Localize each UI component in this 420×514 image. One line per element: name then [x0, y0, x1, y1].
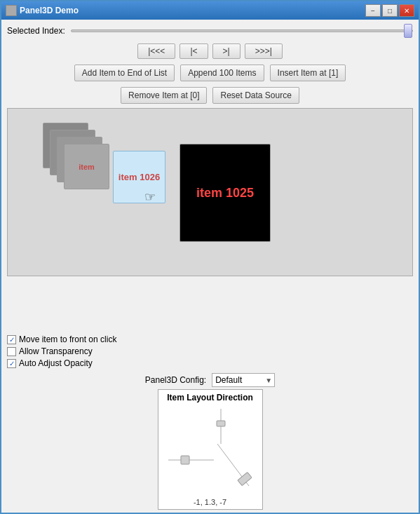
layout-coords: -1, 1.3, -7: [161, 498, 259, 506]
slider-track: [71, 29, 413, 32]
selected-index-row: Selected Index:: [7, 24, 413, 38]
main-content: Selected Index: |<<< |< >| >>>| Add Item…: [1, 20, 419, 332]
panel3d-config-select[interactable]: Default Custom: [212, 373, 275, 387]
remove-item-button[interactable]: Remove Item at [0]: [121, 87, 207, 104]
card-big-label: item 1025: [196, 186, 254, 201]
move-front-label: Move item to front on click: [19, 334, 116, 344]
action-buttons-row2: Remove Item at [0] Reset Data Source: [7, 87, 413, 104]
bottom-section: ✓ Move item to front on click Allow Tran…: [1, 332, 419, 513]
first-button[interactable]: |<<<: [137, 43, 175, 59]
minimize-button[interactable]: −: [365, 4, 381, 17]
card-big-1025[interactable]: item 1025: [179, 144, 271, 242]
card-front-label: item 1026: [118, 172, 160, 182]
action-buttons-row1: Add Item to End of List Append 100 Items…: [7, 65, 413, 81]
auto-adjust-opacity-row: ✓ Auto Adjust Opacity: [7, 358, 413, 368]
svg-rect-1: [217, 421, 225, 426]
allow-transparency-label: Allow Transparency: [19, 346, 93, 356]
card-back-2: item: [64, 144, 109, 189]
window-icon: [6, 5, 17, 16]
svg-rect-4: [181, 456, 189, 464]
reset-data-source-button[interactable]: Reset Data Source: [212, 87, 299, 104]
selected-index-slider-thumb[interactable]: [404, 24, 412, 38]
move-front-row: ✓ Move item to front on click: [7, 334, 413, 344]
config-select-wrapper: Default Custom ▼: [212, 373, 275, 387]
layout-direction-title: Item Layout Direction: [161, 393, 259, 403]
title-bar-buttons: − □ ✕: [365, 4, 414, 17]
move-front-checkbox[interactable]: ✓: [7, 335, 16, 344]
main-window: Panel3D Demo − □ ✕ Selected Index: |<<< …: [0, 0, 420, 514]
slider-container: [71, 24, 413, 38]
auto-adjust-opacity-checkbox[interactable]: ✓: [7, 359, 16, 368]
cursor-indicator: ☞: [144, 189, 156, 205]
selected-index-label: Selected Index:: [7, 26, 65, 36]
allow-transparency-row: Allow Transparency: [7, 346, 413, 356]
prev-button[interactable]: |<: [179, 43, 208, 59]
panel3d-area: item item 1026 item 1025 ☞: [7, 108, 413, 276]
card-back-label: item: [79, 163, 95, 171]
layout-direction-canvas: [161, 405, 259, 496]
allow-transparency-checkbox[interactable]: [7, 347, 16, 356]
config-label: Panel3D Config:: [145, 375, 206, 385]
config-row: Panel3D Config: Default Custom ▼: [7, 373, 413, 387]
layout-direction-box: Item Layout Direction -1, 1.3, -7: [158, 389, 263, 510]
append-100-button[interactable]: Append 100 Items: [180, 65, 264, 81]
close-button[interactable]: ✕: [399, 4, 414, 17]
add-item-button[interactable]: Add Item to End of List: [74, 65, 175, 81]
insert-item-button[interactable]: Insert Item at [1]: [270, 65, 346, 81]
layout-direction-svg: [161, 405, 259, 496]
nav-buttons-row: |<<< |< >| >>>|: [7, 43, 413, 59]
title-bar: Panel3D Demo − □ ✕: [1, 1, 419, 20]
window-title: Panel3D Demo: [20, 6, 365, 15]
card-front-1026[interactable]: item 1026: [113, 151, 165, 203]
maximize-button[interactable]: □: [382, 4, 398, 17]
next-button[interactable]: >|: [212, 43, 241, 59]
last-button[interactable]: >>>|: [245, 43, 283, 59]
auto-adjust-opacity-label: Auto Adjust Opacity: [19, 358, 93, 368]
